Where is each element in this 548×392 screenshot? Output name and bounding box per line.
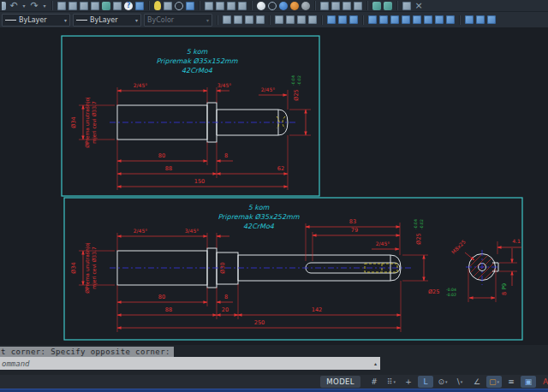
- taper-faces-icon[interactable]: [424, 15, 432, 24]
- osnap-icon[interactable]: ▢▾: [486, 376, 502, 388]
- layer-lock-icon[interactable]: [308, 15, 317, 24]
- note-line-1: ØPrema unutrašnjoj: [84, 242, 91, 294]
- help-icon[interactable]: ?: [124, 2, 133, 10]
- layer-freeze-icon[interactable]: [286, 15, 295, 24]
- chevron-down-icon[interactable]: ▾: [394, 379, 396, 384]
- close-icon[interactable]: ×: [414, 2, 424, 10]
- viewport-config-icon[interactable]: [342, 2, 351, 10]
- autocad-a-icon[interactable]: A: [538, 376, 548, 388]
- snap-icon[interactable]: ⠿▾: [384, 376, 399, 388]
- solid-subtract-icon[interactable]: [338, 15, 347, 24]
- chevron-down-icon[interactable]: ▾: [445, 379, 448, 384]
- redo-caret-icon[interactable]: ▾: [42, 2, 47, 10]
- dim-dia-right: -0.04 -0.02 Ø25: [289, 75, 311, 135]
- sound-icon[interactable]: [186, 2, 194, 10]
- annotation-icon[interactable]: ▣: [521, 376, 536, 388]
- part-title: 5 kom: [187, 48, 208, 56]
- isodraft-icon[interactable]: \▾: [452, 376, 468, 388]
- clipped-tool-icon[interactable]: [2, 2, 6, 10]
- annotation-scale-up-icon[interactable]: [372, 2, 381, 10]
- visual-style-blue-icon[interactable]: [279, 2, 288, 10]
- annotation-scale-down-icon[interactable]: [384, 2, 392, 10]
- plot-icon[interactable]: [135, 2, 144, 10]
- svg-text:-0.02: -0.02: [420, 219, 424, 229]
- page-icon[interactable]: [113, 2, 122, 10]
- note-line-2: mjeri cevi Ø33.7: [91, 101, 98, 144]
- offset-faces-icon[interactable]: [390, 15, 399, 24]
- plotstyle-dropdown[interactable]: ByColor ▾: [144, 14, 212, 27]
- tracking-icon[interactable]: +: [401, 376, 416, 388]
- layer-off-icon[interactable]: [297, 15, 306, 24]
- command-expand-icon[interactable]: ▴: [374, 360, 377, 366]
- interfere-icon[interactable]: [487, 15, 496, 24]
- svg-text:250: 250: [254, 319, 265, 326]
- command-panel: t corner: Specify opposite corner: omman…: [0, 345, 548, 375]
- layer-previous-icon[interactable]: [245, 15, 253, 24]
- visual-style-gray-icon[interactable]: [301, 2, 310, 10]
- redo-icon[interactable]: ↷: [29, 2, 39, 10]
- svg-text:2/45°: 2/45°: [134, 228, 147, 234]
- chevron-down-icon[interactable]: ▾: [461, 379, 463, 384]
- layer-isolate-icon[interactable]: [256, 15, 265, 24]
- svg-text:62: 62: [277, 165, 284, 172]
- visual-style-white-icon[interactable]: [257, 2, 265, 10]
- command-history-line: t corner: Specify opposite corner:: [0, 347, 174, 357]
- view-manager-icon[interactable]: [331, 2, 340, 10]
- separator: [251, 1, 253, 10]
- linetype-value: ByLayer: [19, 16, 62, 24]
- extrude-faces-icon[interactable]: [368, 15, 377, 24]
- make-object-layer-current-icon[interactable]: [223, 15, 231, 24]
- svg-text:2/45°: 2/45°: [134, 82, 147, 88]
- sheet-icon[interactable]: [80, 2, 88, 10]
- visual-style-orange-icon[interactable]: [290, 2, 299, 10]
- chevron-down-icon: ▾: [135, 17, 138, 23]
- undo-icon[interactable]: ↶: [9, 2, 19, 10]
- polar-icon[interactable]: ⊙▾: [435, 376, 450, 388]
- angle-icon[interactable]: ∠: [469, 376, 485, 388]
- color-faces-icon[interactable]: [446, 15, 455, 24]
- sheet-set-icon[interactable]: [205, 2, 213, 10]
- svg-text:8: 8: [224, 294, 228, 300]
- linetype-dropdown[interactable]: ByLayer ▾: [2, 14, 70, 27]
- lineweight-dropdown[interactable]: ByLayer ▾: [73, 14, 141, 27]
- thicken-icon[interactable]: [476, 15, 485, 24]
- paste-icon[interactable]: [102, 2, 110, 10]
- named-view-icon[interactable]: [320, 2, 329, 10]
- viewport-1: 5 kom Pripremak Ø35x152mm 42CrMo4 Ø34: [62, 36, 319, 196]
- chevron-down-icon: ▾: [206, 17, 209, 23]
- model-button[interactable]: MODEL: [320, 376, 360, 388]
- grid-icon[interactable]: #: [366, 376, 382, 388]
- chevron-down-icon[interactable]: ▾: [497, 379, 500, 384]
- tool-palette-icon[interactable]: [216, 2, 224, 10]
- solid-union-icon[interactable]: [327, 15, 336, 24]
- move-faces-icon[interactable]: [379, 15, 388, 24]
- visual-style-wireframe-icon[interactable]: [268, 2, 277, 10]
- lightbulb-icon[interactable]: [154, 1, 161, 10]
- wireframe-globe-icon[interactable]: [175, 2, 183, 10]
- calculator-icon[interactable]: [57, 2, 66, 10]
- lineweight-icon[interactable]: ≡: [503, 376, 519, 388]
- ortho-icon[interactable]: L: [418, 376, 433, 388]
- sheets-icon[interactable]: [402, 2, 411, 10]
- lineweight-swatch: [76, 20, 87, 21]
- svg-text:142: 142: [312, 306, 322, 313]
- copy-faces-icon[interactable]: [435, 15, 444, 24]
- layer-match-icon[interactable]: [234, 15, 242, 24]
- svg-text:80: 80: [158, 152, 165, 159]
- svg-text:150: 150: [194, 178, 205, 185]
- home-view-icon[interactable]: [164, 2, 172, 10]
- command-input[interactable]: ommand ▴: [0, 357, 380, 370]
- slice-icon[interactable]: [465, 15, 474, 24]
- properties-icon[interactable]: [227, 2, 235, 10]
- rotate-faces-icon[interactable]: [413, 15, 421, 24]
- undo-caret-icon[interactable]: ▾: [21, 2, 27, 10]
- delete-faces-icon[interactable]: [402, 15, 410, 24]
- drawing-canvas[interactable]: 5 kom Pripremak Ø35x152mm 42CrMo4 Ø34: [0, 27, 548, 345]
- solid-intersect-icon[interactable]: [349, 15, 358, 24]
- viewport-lock-icon[interactable]: [354, 2, 362, 10]
- layer-unisolate-icon[interactable]: [275, 15, 283, 24]
- markup-icon[interactable]: [91, 2, 99, 10]
- reference-icon[interactable]: [238, 2, 247, 10]
- quick-table-icon[interactable]: [68, 2, 77, 10]
- svg-text:88: 88: [165, 165, 172, 172]
